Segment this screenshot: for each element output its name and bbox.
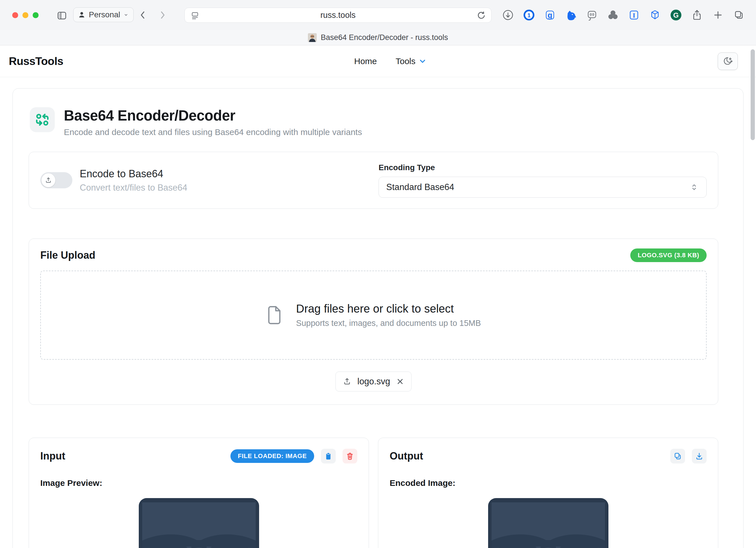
back-button[interactable]: [137, 9, 149, 21]
browser-toolbar: Personal russ.tools 1 g: [0, 0, 756, 30]
dropzone-subtitle: Supports text, images, and documents up …: [296, 318, 481, 328]
tool-title-row: Base64 Encoder/Decoder Encode and decode…: [30, 107, 718, 137]
clear-input-button[interactable]: [343, 449, 357, 463]
tab-favicon: [308, 33, 317, 42]
tab-bar[interactable]: Base64 Encoder/Decoder - russ.tools: [0, 30, 756, 45]
encoding-type-block: Encoding Type Standard Base64: [379, 163, 707, 198]
brand-logo[interactable]: RussTools: [9, 55, 63, 68]
chevron-down-icon: [418, 57, 427, 66]
encoding-type-select[interactable]: Standard Base64: [379, 177, 707, 198]
close-window-button[interactable]: [12, 12, 18, 18]
moon-icon: [722, 56, 734, 67]
remove-file-icon[interactable]: [396, 377, 404, 386]
person-icon: [77, 11, 86, 19]
document-icon: [266, 304, 283, 325]
extension-icons: 1 g I G: [502, 9, 745, 21]
clipboard-icon: [324, 452, 333, 460]
toggle-thumb: [41, 173, 55, 187]
svg-text:g: g: [548, 11, 552, 20]
profile-switcher[interactable]: Personal: [73, 7, 134, 22]
1password-icon[interactable]: 1: [523, 9, 535, 21]
trash-icon: [346, 452, 354, 460]
copy-icon: [673, 452, 682, 460]
cube-extension-icon[interactable]: [649, 9, 661, 21]
profile-label: Personal: [89, 10, 120, 19]
page-title: Base64 Encoder/Decoder: [64, 107, 362, 124]
g-extension-icon[interactable]: g: [544, 9, 556, 21]
download-icon: [695, 452, 703, 460]
page-scrollbar[interactable]: [751, 49, 755, 140]
speech-bubble-extension-icon[interactable]: [586, 9, 598, 21]
file-upload-title: File Upload: [40, 249, 95, 261]
main-content-card: Base64 Encoder/Decoder Encode and decode…: [12, 88, 744, 548]
main-nav: Home Tools: [354, 56, 427, 66]
nav-home-label: Home: [354, 56, 377, 66]
paste-button[interactable]: [321, 449, 336, 463]
zoom-window-button[interactable]: [33, 12, 39, 18]
svg-text:G: G: [673, 11, 679, 19]
window-controls[interactable]: [12, 12, 39, 18]
download-circle-icon[interactable]: [502, 9, 514, 21]
share-icon[interactable]: [691, 9, 703, 21]
upload-icon: [343, 377, 352, 386]
transform-icon: [30, 107, 55, 132]
input-status-badge: FILE LOADED: IMAGE: [230, 449, 314, 463]
input-output-grid: Input FILE LOADED: IMAGE Image Preview:: [29, 438, 718, 548]
output-card: Output Encoded Image:: [378, 438, 718, 548]
mode-texts: Encode to Base64 Convert text/files to B…: [80, 168, 187, 193]
site-header: RussTools Home Tools: [0, 45, 756, 77]
new-tab-icon[interactable]: [712, 9, 724, 21]
input-preview-label: Image Preview:: [40, 478, 357, 488]
url-text: russ.tools: [185, 11, 491, 20]
mode-title: Encode to Base64: [80, 168, 187, 180]
page-subtitle: Encode and decode text and files using B…: [64, 127, 362, 137]
input-title: Input: [40, 450, 65, 462]
dark-mode-toggle-button[interactable]: [718, 53, 738, 70]
encoding-type-label: Encoding Type: [379, 163, 707, 172]
file-dropzone[interactable]: Drag files here or click to select Suppo…: [40, 271, 707, 360]
upload-icon: [45, 177, 52, 184]
output-preview-label: Encoded Image:: [390, 478, 707, 488]
chevron-down-icon: [123, 12, 129, 18]
encoding-type-value: Standard Base64: [386, 182, 454, 192]
input-card: Input FILE LOADED: IMAGE Image Preview:: [29, 438, 369, 548]
instapaper-icon[interactable]: I: [628, 9, 640, 21]
minimize-window-button[interactable]: [22, 12, 28, 18]
mode-subtitle: Convert text/files to Base64: [80, 183, 187, 193]
forward-button[interactable]: [157, 9, 169, 21]
tab-title: Base64 Encoder/Decoder - russ.tools: [321, 33, 448, 42]
dropzone-texts: Drag files here or click to select Suppo…: [296, 302, 481, 328]
encode-mode-toggle[interactable]: [40, 172, 72, 188]
browser-chrome: Personal russ.tools 1 g: [0, 0, 756, 45]
output-title: Output: [390, 450, 423, 462]
uploaded-file-chip[interactable]: logo.svg: [335, 371, 411, 391]
svg-text:1: 1: [527, 12, 531, 18]
download-output-button[interactable]: [692, 449, 707, 463]
file-upload-card: File Upload LOGO.SVG (3.8 KB) Drag files…: [29, 239, 718, 405]
sidebar-toggle-icon[interactable]: [56, 9, 68, 22]
output-image-preview: [390, 498, 707, 548]
logo-preview-image: [139, 498, 259, 548]
dog-extension-icon[interactable]: [565, 9, 577, 21]
trefoil-extension-icon[interactable]: [607, 9, 619, 21]
address-bar[interactable]: russ.tools: [184, 8, 492, 23]
file-chip-label: logo.svg: [357, 376, 390, 387]
svg-text:I: I: [633, 12, 635, 19]
nav-tools-label: Tools: [396, 56, 415, 66]
logo-preview-image: [488, 498, 608, 548]
mode-card: Encode to Base64 Convert text/files to B…: [29, 152, 718, 209]
dropzone-title: Drag files here or click to select: [296, 302, 481, 315]
nav-tools-menu[interactable]: Tools: [396, 56, 427, 66]
file-loaded-badge: LOGO.SVG (3.8 KB): [630, 249, 707, 262]
tab-overview-icon[interactable]: [733, 9, 745, 21]
grammarly-icon[interactable]: G: [670, 9, 682, 21]
copy-output-button[interactable]: [670, 449, 685, 463]
input-image-preview: [40, 498, 357, 548]
select-chevrons-icon: [689, 182, 699, 192]
tool-title-block: Base64 Encoder/Decoder Encode and decode…: [64, 107, 362, 137]
nav-home-link[interactable]: Home: [354, 56, 377, 66]
